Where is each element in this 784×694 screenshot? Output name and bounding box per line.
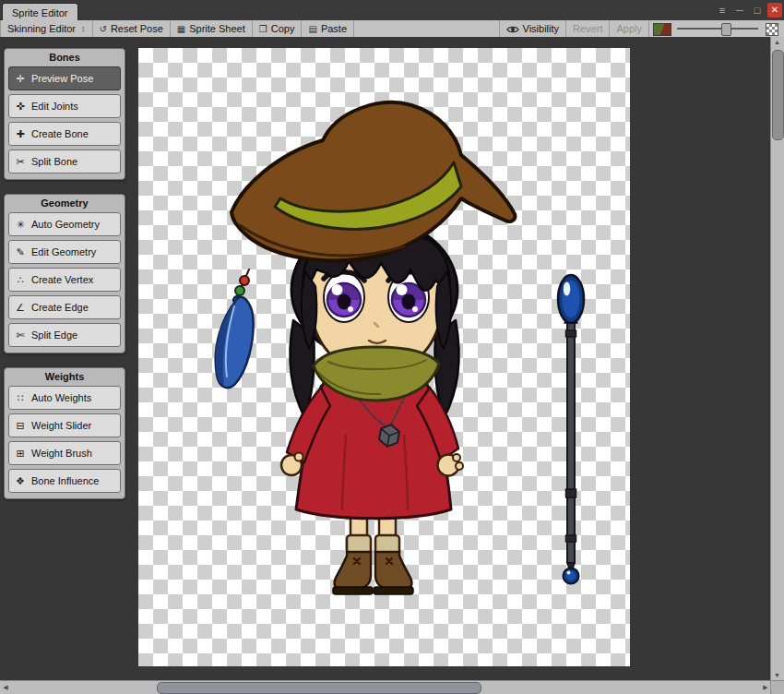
visibility-button[interactable]: Visibility	[499, 20, 567, 37]
reset-pose-button[interactable]: ↺ Reset Pose	[93, 20, 171, 37]
preview-pose-icon: ✛	[14, 73, 27, 85]
edit-joints-icon: ✜	[14, 101, 27, 113]
edit-geometry-icon: ✎	[14, 246, 27, 258]
preview-pose-label: Preview Pose	[31, 73, 93, 84]
maximize-icon[interactable]: □	[750, 3, 765, 18]
split-edge-icon: ✄	[14, 329, 27, 341]
geometry-panel: Geometry ✳ Auto Geometry ✎ Edit Geometry…	[4, 194, 125, 353]
edit-joints-button[interactable]: ✜ Edit Joints	[8, 94, 121, 118]
rgb-alpha-toggle-icon[interactable]	[766, 23, 778, 36]
split-bone-label: Split Bone	[31, 156, 77, 167]
vertical-scrollbar[interactable]: ▲ ▼	[770, 37, 784, 681]
bones-panel-title: Bones	[5, 49, 125, 66]
edit-geometry-label: Edit Geometry	[31, 246, 96, 257]
edit-geometry-button[interactable]: ✎ Edit Geometry	[8, 240, 121, 264]
dropdown-caret-icon: ↕	[81, 24, 86, 33]
editor-mode-label: Skinning Editor	[7, 23, 76, 34]
texture-preview-swatch[interactable]	[653, 23, 671, 36]
weight-slider-icon: ⊟	[14, 420, 27, 432]
scroll-up-icon[interactable]: ▲	[771, 37, 783, 48]
auto-weights-button[interactable]: ∷ Auto Weights	[8, 386, 121, 410]
copy-icon: ❐	[259, 24, 267, 34]
create-edge-button[interactable]: ∠ Create Edge	[8, 295, 121, 319]
toolbar: Skinning Editor ↕ ↺ Reset Pose ▦ Sprite …	[0, 20, 784, 38]
horizontal-scrollbar[interactable]: ◀ ▶	[0, 680, 771, 694]
revert-button[interactable]: Revert	[566, 20, 610, 37]
auto-weights-icon: ∷	[14, 392, 27, 404]
auto-geometry-button[interactable]: ✳ Auto Geometry	[8, 212, 121, 236]
create-vertex-icon: ∴	[14, 274, 27, 286]
zoom-slider[interactable]	[677, 20, 758, 37]
weight-brush-label: Weight Brush	[31, 448, 92, 459]
paste-button[interactable]: ▤ Paste	[302, 20, 354, 37]
editor-mode-dropdown[interactable]: Skinning Editor ↕	[0, 20, 93, 37]
bone-influence-label: Bone Influence	[31, 475, 99, 486]
weights-panel-title: Weights	[5, 368, 125, 386]
sprite-sheet-button[interactable]: ▦ Sprite Sheet	[171, 20, 253, 37]
auto-geometry-icon: ✳	[14, 219, 27, 231]
titlebar[interactable]: Sprite Editor ≡ ─ □ ✕	[0, 0, 784, 20]
weight-brush-icon: ⊞	[14, 448, 27, 460]
create-bone-label: Create Bone	[31, 128, 89, 139]
tool-sidebar: Bones ✛ Preview Pose ✜ Edit Joints ✚ Cre…	[4, 48, 125, 513]
hat	[232, 102, 515, 260]
preview-pose-button[interactable]: ✛ Preview Pose	[8, 66, 121, 90]
sprite-sheet-icon: ▦	[177, 24, 185, 34]
split-bone-icon: ✂	[14, 156, 27, 168]
resize-corner[interactable]	[770, 680, 784, 694]
create-bone-icon: ✚	[14, 128, 27, 140]
reset-pose-icon: ↺	[100, 24, 107, 34]
window-controls: ≡ ─ □ ✕	[715, 2, 782, 18]
canvas-area[interactable]: Bones ✛ Preview Pose ✜ Edit Joints ✚ Cre…	[0, 37, 771, 681]
sprite-canvas[interactable]	[138, 48, 630, 666]
edit-joints-label: Edit Joints	[31, 101, 78, 112]
staff	[558, 275, 584, 584]
geometry-panel-title: Geometry	[5, 195, 125, 212]
vertical-scrollbar-thumb[interactable]	[772, 50, 784, 140]
bone-influence-icon: ❖	[14, 475, 27, 487]
minimize-icon[interactable]: ─	[732, 3, 747, 18]
feather-ornament	[216, 269, 254, 388]
visibility-eye-icon	[506, 25, 519, 34]
window-menu-icon[interactable]: ≡	[715, 3, 730, 18]
create-vertex-label: Create Vertex	[31, 274, 93, 285]
bone-influence-button[interactable]: ❖ Bone Influence	[8, 469, 121, 493]
boots	[333, 552, 413, 594]
window-tab-sprite-editor[interactable]: Sprite Editor	[2, 3, 78, 21]
create-edge-icon: ∠	[14, 302, 27, 314]
bones-panel: Bones ✛ Preview Pose ✜ Edit Joints ✚ Cre…	[4, 48, 125, 180]
split-bone-button[interactable]: ✂ Split Bone	[8, 150, 121, 174]
create-edge-label: Create Edge	[31, 302, 89, 313]
close-icon[interactable]: ✕	[767, 3, 782, 18]
split-edge-label: Split Edge	[31, 329, 77, 341]
zoom-slider-track[interactable]	[677, 28, 758, 30]
auto-weights-label: Auto Weights	[31, 392, 91, 403]
zoom-slider-thumb[interactable]	[721, 23, 731, 36]
split-edge-button[interactable]: ✄ Split Edge	[8, 323, 121, 347]
weights-panel: Weights ∷ Auto Weights ⊟ Weight Slider ⊞…	[4, 367, 125, 499]
horizontal-scrollbar-thumb[interactable]	[157, 682, 481, 694]
create-vertex-button[interactable]: ∴ Create Vertex	[8, 268, 121, 292]
window-tab-label: Sprite Editor	[12, 7, 68, 18]
weight-slider-button[interactable]: ⊟ Weight Slider	[8, 413, 121, 437]
create-bone-button[interactable]: ✚ Create Bone	[8, 122, 121, 146]
copy-button[interactable]: ❐ Copy	[253, 20, 303, 37]
paste-icon: ▤	[308, 24, 316, 34]
weight-slider-label: Weight Slider	[31, 420, 91, 431]
weight-brush-button[interactable]: ⊞ Weight Brush	[8, 441, 121, 465]
apply-button[interactable]: Apply	[610, 20, 649, 37]
sprite-editor-window: Sprite Editor ≡ ─ □ ✕ Skinning Editor ↕ …	[0, 0, 784, 694]
auto-geometry-label: Auto Geometry	[31, 219, 100, 230]
sprite-character	[138, 48, 630, 666]
scroll-left-icon[interactable]: ◀	[0, 681, 11, 693]
